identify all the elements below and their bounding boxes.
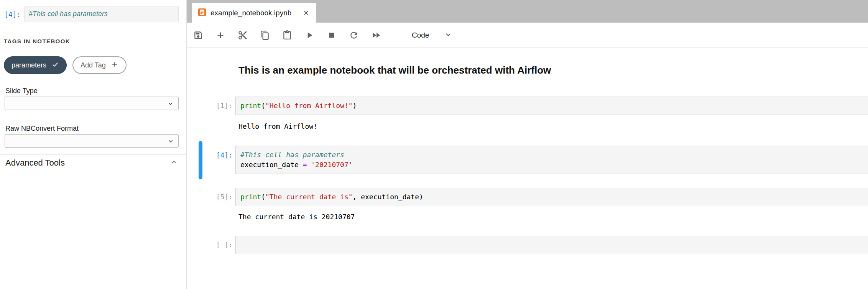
run-cell-button[interactable] [304, 30, 314, 40]
code-token: ( [261, 102, 265, 110]
divider [0, 50, 186, 50]
raw-nbconvert-select[interactable] [5, 134, 179, 148]
plus-icon [111, 61, 118, 70]
cell-output-text: Hello from Airflow! [238, 122, 317, 131]
tab-example-notebook[interactable]: example_notebook.ipynb [192, 3, 316, 23]
cell-prompt: [ ]: [187, 240, 233, 250]
code-token: print [240, 193, 261, 201]
cell-output-text: The current date is 20210707 [238, 212, 355, 222]
code-token: '20210707' [311, 161, 352, 169]
tag-parameters-label: parameters [12, 61, 46, 69]
markdown-heading-cell[interactable]: This is an example notebook that will be… [238, 63, 551, 77]
code-token: ) [419, 193, 423, 201]
tab-bar: example_notebook.ipynb [187, 0, 868, 23]
cell-prompt: [1]: [187, 101, 233, 111]
code-token: ) [353, 102, 357, 110]
code-token: print [240, 102, 261, 110]
close-tab-icon[interactable] [302, 9, 310, 16]
cell-type-value: Code [412, 31, 429, 39]
divider [0, 171, 186, 171]
notebook-panel: example_notebook.ipynb [187, 0, 868, 289]
advanced-tools-section-header[interactable]: Advanced Tools [5, 157, 177, 169]
notebook-toolbar: Code [187, 23, 868, 48]
cell-prompt: [4]: [187, 150, 233, 160]
cell-type-dropdown[interactable]: Code [412, 31, 452, 40]
code-token: , execution_date [353, 193, 419, 201]
sidebar-cell-prompt: [4]: [4, 10, 21, 18]
notebook-file-icon [198, 8, 206, 18]
tags-in-notebook-header: TAGS IN NOTEBOOK [4, 38, 70, 44]
interrupt-kernel-button[interactable] [327, 30, 337, 40]
restart-and-run-all-button[interactable] [371, 30, 381, 40]
slide-type-label: Slide Type [5, 87, 38, 95]
code-token: "Hello from Airflow!" [265, 102, 353, 110]
code-cell-input[interactable]: #This cell has parameters execution_date… [235, 146, 868, 174]
tab-title: example_notebook.ipynb [210, 9, 291, 17]
tag-parameters[interactable]: parameters [4, 56, 67, 74]
chevron-up-icon [171, 159, 177, 167]
add-tag-button[interactable]: Add Tag [72, 56, 127, 74]
copy-cells-button[interactable] [260, 30, 270, 40]
jupyterlab-window: [4]: #This cell has parameters TAGS IN N… [0, 0, 868, 289]
save-button[interactable] [193, 30, 203, 40]
advanced-tools-label: Advanced Tools [5, 158, 65, 168]
property-inspector-sidebar: [4]: #This cell has parameters TAGS IN N… [0, 0, 187, 289]
code-token [307, 161, 311, 169]
code-cell-input[interactable]: print("The current date is", execution_d… [235, 188, 868, 206]
restart-kernel-button[interactable] [349, 30, 359, 40]
code-token: execution_date [240, 161, 303, 169]
cell-collapser[interactable] [199, 141, 202, 179]
raw-nbconvert-label: Raw NBConvert Format [5, 125, 79, 133]
insert-cell-below-button[interactable] [215, 30, 225, 40]
code-token: #This cell has parameters [240, 151, 344, 159]
slide-type-select[interactable] [5, 97, 179, 110]
cell-prompt: [5]: [187, 192, 233, 202]
code-cell-input-empty[interactable] [235, 236, 868, 254]
sidebar-cell-code: #This cell has parameters [29, 10, 108, 18]
add-tag-label: Add Tag [81, 61, 106, 69]
sidebar-cell-preview[interactable]: #This cell has parameters [24, 7, 179, 21]
code-token: ( [261, 193, 265, 201]
code-cell-input[interactable]: print("Hello from Airflow!") [235, 97, 868, 115]
divider [0, 154, 186, 155]
check-icon [51, 61, 59, 70]
paste-cells-button[interactable] [282, 30, 292, 40]
code-token: "The current date is" [265, 193, 353, 201]
chevron-down-icon [429, 31, 452, 40]
notebook-content: This is an example notebook that will be… [187, 48, 868, 289]
code-token: = [303, 161, 307, 169]
tags-row: parameters Add Tag [4, 56, 127, 74]
cut-cells-button[interactable] [238, 30, 248, 40]
